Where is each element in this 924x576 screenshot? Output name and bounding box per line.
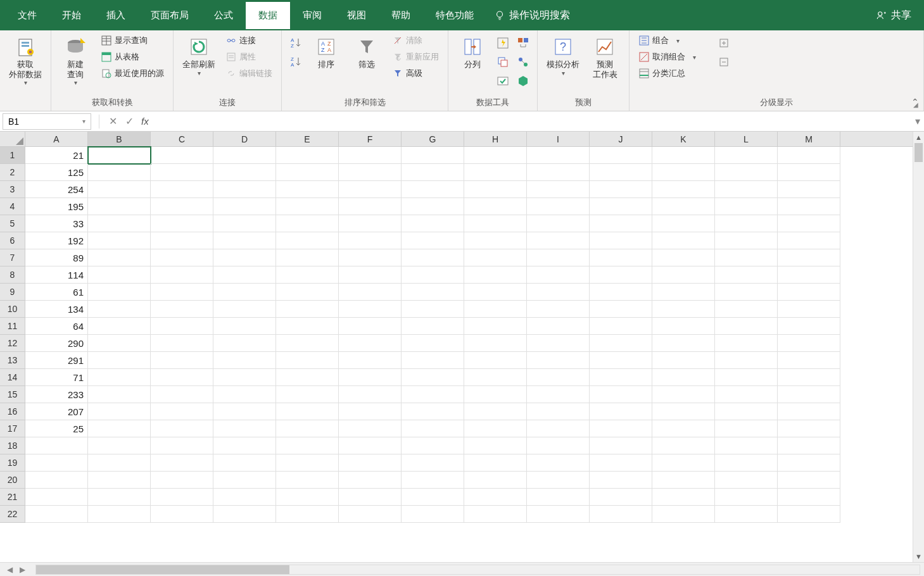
- cell[interactable]: [88, 164, 151, 181]
- column-header[interactable]: F: [339, 132, 402, 146]
- cell[interactable]: [339, 284, 402, 301]
- cell[interactable]: 33: [25, 215, 88, 232]
- cell[interactable]: 25: [25, 420, 88, 437]
- cell[interactable]: [402, 181, 464, 198]
- cell[interactable]: [276, 489, 339, 506]
- cell[interactable]: [276, 352, 339, 369]
- expand-formula-bar-button[interactable]: ▾: [911, 115, 924, 127]
- column-header[interactable]: J: [590, 132, 652, 146]
- cell[interactable]: [88, 284, 151, 301]
- cell[interactable]: [527, 147, 590, 164]
- cell[interactable]: [402, 352, 464, 369]
- cell[interactable]: [590, 352, 652, 369]
- cell[interactable]: [339, 249, 402, 266]
- cell[interactable]: [213, 181, 276, 198]
- tab-features[interactable]: 特色功能: [423, 2, 486, 29]
- cell[interactable]: [213, 164, 276, 181]
- cell[interactable]: [527, 164, 590, 181]
- row-header[interactable]: 1: [0, 147, 25, 164]
- cell[interactable]: [402, 386, 464, 403]
- cell[interactable]: [590, 386, 652, 403]
- cell[interactable]: [715, 215, 778, 232]
- cell[interactable]: [339, 301, 402, 318]
- cell[interactable]: [402, 284, 464, 301]
- cell[interactable]: [151, 318, 213, 335]
- tab-help[interactable]: 帮助: [379, 2, 423, 29]
- cell[interactable]: [276, 164, 339, 181]
- cell[interactable]: [715, 198, 778, 215]
- cell[interactable]: [527, 472, 590, 489]
- cell[interactable]: [652, 215, 715, 232]
- cell[interactable]: 64: [25, 318, 88, 335]
- cell[interactable]: [590, 369, 652, 386]
- cell[interactable]: [88, 181, 151, 198]
- row-header[interactable]: 21: [0, 489, 25, 506]
- cell[interactable]: [778, 318, 840, 335]
- cell[interactable]: [25, 437, 88, 454]
- cell[interactable]: [151, 489, 213, 506]
- row-header[interactable]: 22: [0, 506, 25, 523]
- cell[interactable]: [715, 335, 778, 352]
- cell[interactable]: [88, 198, 151, 215]
- cell[interactable]: [527, 215, 590, 232]
- cell[interactable]: [151, 147, 213, 164]
- connections-button[interactable]: 连接: [222, 33, 276, 48]
- cell[interactable]: [652, 181, 715, 198]
- cell[interactable]: 134: [25, 301, 88, 318]
- cell[interactable]: [464, 147, 527, 164]
- cell[interactable]: [213, 301, 276, 318]
- cell[interactable]: [88, 403, 151, 420]
- cell[interactable]: [590, 181, 652, 198]
- cell[interactable]: 61: [25, 284, 88, 301]
- cell[interactable]: [527, 420, 590, 437]
- what-if-button[interactable]: ? 模拟分析 ▾: [543, 33, 583, 79]
- cell[interactable]: [88, 232, 151, 249]
- cell[interactable]: [339, 489, 402, 506]
- cell[interactable]: [402, 147, 464, 164]
- cell[interactable]: [652, 506, 715, 523]
- cell[interactable]: [778, 335, 840, 352]
- cell[interactable]: [464, 215, 527, 232]
- cell[interactable]: 290: [25, 335, 88, 352]
- cell[interactable]: [88, 215, 151, 232]
- cell[interactable]: 291: [25, 352, 88, 369]
- cell[interactable]: [151, 506, 213, 523]
- cell[interactable]: [590, 472, 652, 489]
- cell[interactable]: [464, 454, 527, 472]
- column-header[interactable]: A: [25, 132, 88, 146]
- cell[interactable]: [276, 198, 339, 215]
- cell[interactable]: [464, 318, 527, 335]
- cell[interactable]: [339, 506, 402, 523]
- cell[interactable]: [715, 420, 778, 437]
- cell[interactable]: 71: [25, 369, 88, 386]
- cell[interactable]: [715, 181, 778, 198]
- column-header[interactable]: C: [151, 132, 213, 146]
- cell[interactable]: [464, 164, 527, 181]
- advanced-filter-button[interactable]: 高级: [388, 66, 443, 81]
- cell[interactable]: [213, 489, 276, 506]
- cell[interactable]: [464, 472, 527, 489]
- cell[interactable]: [590, 489, 652, 506]
- row-header[interactable]: 15: [0, 386, 25, 403]
- cell[interactable]: [151, 437, 213, 454]
- cell[interactable]: [213, 369, 276, 386]
- cell[interactable]: [25, 489, 88, 506]
- cell[interactable]: [276, 403, 339, 420]
- column-header[interactable]: D: [213, 132, 276, 146]
- cell[interactable]: [715, 403, 778, 420]
- show-queries-button[interactable]: 显示查询: [97, 33, 168, 48]
- cell[interactable]: [213, 437, 276, 454]
- cell[interactable]: [778, 284, 840, 301]
- sort-desc-button[interactable]: ZA: [288, 54, 303, 70]
- share-button[interactable]: 共享: [868, 9, 919, 22]
- cell[interactable]: [339, 181, 402, 198]
- cell[interactable]: [88, 147, 151, 164]
- row-header[interactable]: 10: [0, 301, 25, 318]
- cell[interactable]: [213, 335, 276, 352]
- cell[interactable]: [778, 352, 840, 369]
- cell[interactable]: [652, 301, 715, 318]
- cell[interactable]: [151, 215, 213, 232]
- tell-me-search[interactable]: 操作说明搜索: [486, 9, 578, 22]
- row-header[interactable]: 6: [0, 232, 25, 249]
- scroll-thumb[interactable]: [36, 565, 289, 574]
